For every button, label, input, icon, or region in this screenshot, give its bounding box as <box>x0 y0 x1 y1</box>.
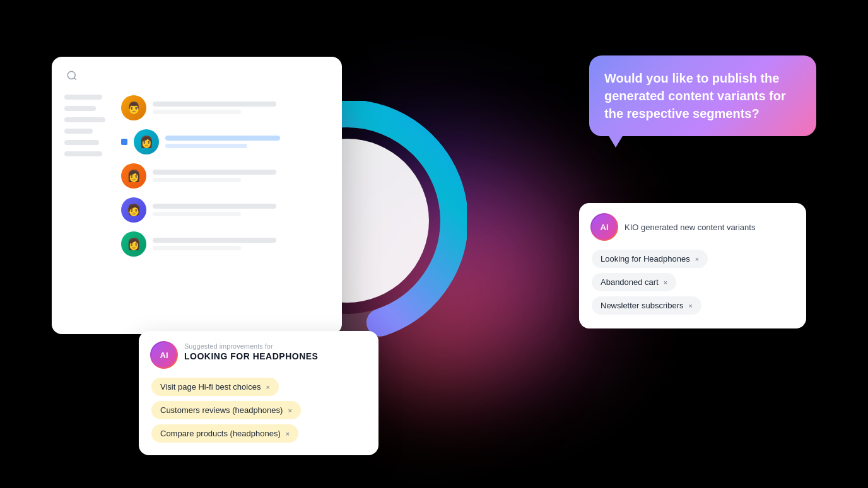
tag-label: Looking for Headphones <box>601 254 690 264</box>
avatar: 👩 <box>134 129 159 154</box>
tag-close-icon[interactable]: × <box>664 279 667 286</box>
ai-badge: AI <box>151 342 177 368</box>
notif-text: KIO generated new content variants <box>625 223 755 232</box>
sidebar-line <box>64 117 105 122</box>
card-header-text: Suggested improvements for LOOKING FOR H… <box>184 342 318 361</box>
search-icon <box>64 68 79 83</box>
card-header: AI Suggested improvements for LOOKING FO… <box>151 342 366 368</box>
list-item[interactable]: 👩 <box>121 227 329 261</box>
tag-close-icon[interactable]: × <box>286 430 290 438</box>
notif-tag-2[interactable]: Abandoned cart × <box>592 273 676 291</box>
sidebar-line <box>64 129 93 134</box>
suggestion-tag-list: Visit page Hi-fi best choices × Customer… <box>151 378 366 443</box>
tag-close-icon[interactable]: × <box>689 302 693 310</box>
list-item[interactable]: 👩 <box>121 125 329 159</box>
tag-close-icon[interactable]: × <box>695 255 699 263</box>
speech-bubble: Would you like to publish the generated … <box>589 55 816 136</box>
notif-tag-3[interactable]: Newsletter subscribers × <box>592 296 701 315</box>
tag-label: Newsletter subscribers <box>601 301 684 310</box>
tag-label: Visit page Hi-fi best choices <box>160 382 261 392</box>
suggestion-card: AI Suggested improvements for LOOKING FO… <box>139 331 378 455</box>
notif-tag-1[interactable]: Looking for Headphones × <box>592 250 708 268</box>
suggestion-tag-3[interactable]: Compare products (headphones) × <box>151 424 298 443</box>
avatar: 👩 <box>121 231 146 257</box>
notif-header: AI KIO generated new content variants <box>592 214 794 240</box>
avatar: 👨 <box>121 95 146 120</box>
tag-close-icon[interactable]: × <box>288 407 291 414</box>
avatar: 🧑 <box>121 197 146 223</box>
speech-bubble-text: Would you like to publish the generated … <box>604 71 786 120</box>
item-lines <box>153 238 329 250</box>
avatar: 👩 <box>121 163 146 189</box>
tag-close-icon[interactable]: × <box>266 383 269 391</box>
sidebar-line <box>64 106 96 111</box>
list-item[interactable]: 👨 <box>121 91 329 125</box>
tag-label: Customers reviews (headphones) <box>160 405 283 415</box>
tag-label: Compare products (headphones) <box>160 429 281 438</box>
card-title: LOOKING FOR HEADPHONES <box>184 351 318 361</box>
list-area: 👨 👩 👩 🧑 <box>121 91 329 261</box>
card-subtitle: Suggested improvements for <box>184 342 318 350</box>
sidebar-line <box>64 151 102 156</box>
tag-label: Abandoned cart <box>601 277 659 287</box>
sidebar-line <box>64 95 102 100</box>
suggestion-tag-1[interactable]: Visit page Hi-fi best choices × <box>151 378 279 396</box>
svg-point-3 <box>67 71 75 79</box>
left-panel: 👨 👩 👩 🧑 <box>52 57 342 334</box>
sidebar-lines <box>64 95 105 156</box>
notif-tag-list: Looking for Headphones × Abandoned cart … <box>592 250 794 315</box>
panel-header <box>52 57 342 91</box>
notif-ai-badge: AI <box>592 214 617 240</box>
suggestion-tag-2[interactable]: Customers reviews (headphones) × <box>151 401 301 419</box>
active-indicator <box>121 139 127 145</box>
list-item[interactable]: 👩 <box>121 159 329 193</box>
item-lines <box>165 136 329 148</box>
notif-card: AI KIO generated new content variants Lo… <box>579 203 806 328</box>
item-lines <box>153 170 329 182</box>
list-item[interactable]: 🧑 <box>121 193 329 227</box>
item-lines <box>153 102 329 114</box>
sidebar-line <box>64 140 99 145</box>
item-lines <box>153 204 329 216</box>
